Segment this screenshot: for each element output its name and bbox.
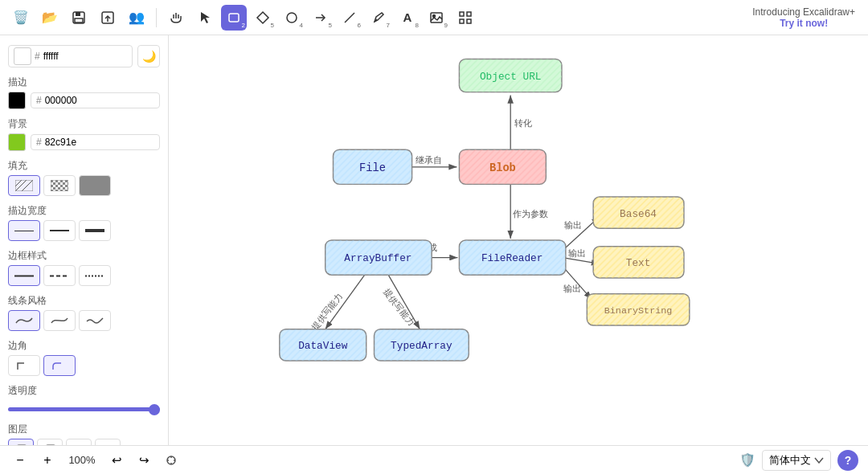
zoom-in-button[interactable]: + (37, 450, 58, 471)
svg-rect-17 (467, 19, 471, 23)
svg-text:作为参数: 作为参数 (512, 209, 548, 219)
stroke-thin[interactable] (8, 220, 40, 241)
corner-label: 边角 (8, 339, 160, 353)
layers-row (8, 439, 160, 445)
fill-options (8, 175, 160, 196)
layer-front[interactable] (95, 439, 121, 445)
svg-point-13 (433, 14, 436, 17)
layer-forward[interactable] (66, 439, 92, 445)
help-button[interactable]: ? (837, 450, 858, 471)
reset-view-button[interactable] (161, 450, 182, 471)
svg-marker-7 (257, 12, 268, 23)
svg-rect-1 (76, 12, 80, 16)
line-zigzag[interactable] (79, 310, 111, 331)
select-tool[interactable] (192, 5, 218, 31)
language-label: 简体中文 (769, 453, 811, 468)
line-smooth[interactable] (43, 310, 76, 331)
line-wavy[interactable] (8, 310, 40, 331)
svg-text:转化: 转化 (514, 118, 532, 128)
hand-tool[interactable] (163, 5, 189, 31)
canvas-color-swatch[interactable] (14, 47, 31, 65)
node-dataview-label: DataView (298, 340, 348, 352)
corner-round[interactable] (43, 355, 76, 376)
canvas-color-row: # ffffff 🌙 (8, 45, 160, 67)
svg-rect-6 (229, 14, 239, 22)
arrow-tool-wrap: 5 (308, 5, 334, 31)
open-button[interactable]: 📂 (37, 5, 63, 31)
opacity-label: 透明度 (8, 384, 160, 398)
rect-tool-wrap: 2 (221, 5, 247, 31)
main-area: # ffffff 🌙 描边 # 000000 背景 # (0, 35, 868, 445)
edge-style-section: 边框样式 (8, 249, 160, 286)
stroke-label: 描边 (8, 76, 160, 89)
collab-button[interactable]: 👥 (124, 5, 149, 31)
svg-rect-2 (75, 18, 83, 22)
canvas-svg: 转化 继承自 作为参数 生成 输出 输出 输出 提供写能力 提供 (169, 35, 868, 445)
opacity-slider[interactable] (8, 407, 160, 411)
edge-solid[interactable] (8, 265, 40, 286)
stroke-thick[interactable] (79, 220, 111, 241)
svg-rect-14 (460, 12, 464, 16)
svg-rect-24 (51, 180, 68, 191)
node-text-label: Text (626, 257, 651, 269)
delete-button[interactable]: 🗑️ (8, 5, 34, 31)
layer-back[interactable] (8, 439, 34, 445)
pencil-tool-wrap: 7 (366, 5, 391, 31)
toolbar-separator-1 (156, 8, 157, 27)
stroke-width-label: 描边宽度 (8, 204, 160, 218)
stroke-medium[interactable] (43, 220, 76, 241)
excalidraw-plus-banner: Introducing Excalidraw+ Try it now! (752, 0, 855, 35)
layer-backward[interactable] (37, 439, 63, 445)
language-selector[interactable]: 简体中文 (762, 450, 831, 471)
zoom-out-button[interactable]: − (10, 450, 31, 471)
svg-rect-15 (467, 12, 471, 16)
plus-text: Introducing Excalidraw+ (752, 6, 855, 18)
svg-line-10 (345, 13, 354, 22)
collab-tool-wrap: 👥 (124, 5, 149, 31)
delete-tool-wrap: 🗑️ (8, 5, 34, 31)
export-button[interactable] (95, 5, 121, 31)
plus-link[interactable]: Try it now! (780, 18, 828, 29)
svg-text:输出: 输出 (564, 220, 582, 230)
select-tool-wrap (192, 5, 218, 31)
shield-icon: 🛡️ (739, 452, 755, 468)
layers-label: 图层 (8, 423, 160, 436)
layers-section: 图层 (8, 423, 160, 445)
fill-hatch[interactable] (8, 175, 40, 196)
bg-color-input[interactable]: 82c91e (45, 137, 101, 148)
fill-dots[interactable] (43, 175, 76, 196)
edge-style-label: 边框样式 (8, 249, 160, 263)
redo-button[interactable]: ↪ (133, 450, 154, 471)
chevron-down-icon (814, 457, 824, 464)
line-tool-wrap: 6 (337, 5, 362, 31)
svg-text:继承自: 继承自 (416, 155, 443, 165)
corner-options (8, 355, 160, 376)
stroke-color-swatch[interactable] (8, 92, 26, 109)
undo-button[interactable]: ↩ (106, 450, 127, 471)
library-tool[interactable] (452, 5, 478, 31)
edge-style-options (8, 265, 160, 286)
node-file-label: File (359, 162, 386, 174)
bottom-bar: − + 100% ↩ ↪ 🛡️ 简体中文 ? (0, 445, 868, 474)
stroke-color-wrap: # 000000 (31, 92, 160, 108)
svg-text:输出: 输出 (563, 284, 581, 293)
bg-color-swatch[interactable] (8, 133, 26, 151)
node-arraybuffer-label: ArrayBuffer (344, 252, 411, 264)
left-panel: # ffffff 🌙 描边 # 000000 背景 # (0, 35, 169, 445)
zoom-level: 100% (64, 454, 100, 466)
canvas-color-input[interactable]: ffffff (43, 51, 100, 62)
stroke-color-input[interactable]: 000000 (45, 95, 101, 106)
canvas-area[interactable]: 转化 继承自 作为参数 生成 输出 输出 输出 提供写能力 提供 (169, 35, 868, 445)
corner-sharp[interactable] (8, 355, 40, 376)
node-base64-label: Base64 (620, 208, 657, 220)
svg-text:输出: 输出 (568, 248, 586, 258)
fill-solid[interactable] (79, 175, 111, 196)
save-local-tool-wrap (66, 5, 92, 31)
edge-dashed[interactable] (43, 265, 76, 286)
dark-mode-button[interactable]: 🌙 (137, 45, 160, 67)
svg-line-19 (22, 180, 33, 191)
edge-dotted[interactable] (79, 265, 111, 286)
stroke-width-options (8, 220, 160, 241)
save-local-button[interactable] (66, 5, 92, 31)
bg-color-wrap: # 82c91e (31, 134, 160, 150)
